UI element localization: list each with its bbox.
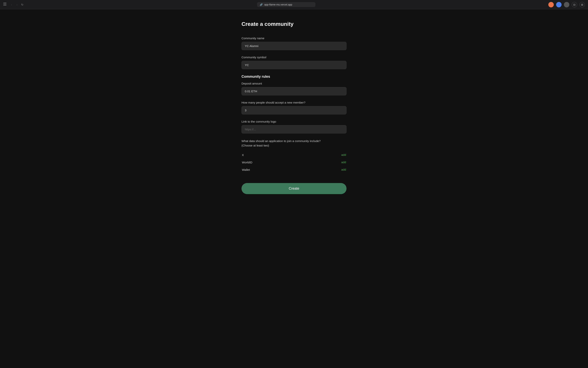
extension-btn-gray[interactable] <box>564 2 569 7</box>
application-data-question-line1: What data should an application to join … <box>241 139 347 148</box>
svg-rect-0 <box>3 3 6 3</box>
page-title: Create a community <box>241 21 347 27</box>
community-name-input[interactable] <box>241 42 347 50</box>
data-item-x: X <box>242 153 244 156</box>
community-name-group: Community name <box>241 37 347 50</box>
application-data-group: What data should an application to join … <box>241 139 347 174</box>
back-button[interactable]: ‹ <box>10 3 13 6</box>
page-content: Create a community Community name Commun… <box>0 9 588 368</box>
deposit-amount-input[interactable] <box>241 87 347 95</box>
data-item-worldid: WorldID <box>242 161 252 164</box>
community-name-label: Community name <box>241 37 347 40</box>
extension-btn-outline[interactable]: ⊟ <box>572 2 577 7</box>
accept-members-input[interactable] <box>241 106 347 114</box>
add-x-button[interactable]: add <box>341 153 346 156</box>
deposit-amount-label: Deposit amount <box>241 82 347 85</box>
list-item: Wallet add <box>242 166 346 173</box>
list-item: WorldID add <box>242 158 346 166</box>
browser-extension-buttons: ⊟ ⊞ <box>548 2 585 7</box>
application-data-list: X add WorldID add Wallet add <box>241 151 347 174</box>
address-bar[interactable]: 🔗 app-flame-mu.vercel.app <box>27 2 545 7</box>
url-text: app-flame-mu.vercel.app <box>264 3 292 6</box>
extension-btn-blue[interactable] <box>556 2 561 7</box>
community-symbol-group: Community symbol <box>241 55 347 69</box>
data-item-wallet: Wallet <box>242 168 250 171</box>
community-symbol-input[interactable] <box>241 61 347 69</box>
list-item: X add <box>242 151 346 158</box>
accept-members-label: How many people should accept a new memb… <box>241 101 347 104</box>
accept-members-group: How many people should accept a new memb… <box>241 101 347 114</box>
svg-rect-2 <box>3 5 6 5</box>
browser-chrome: ‹ › ↻ 🔗 app-flame-mu.vercel.app ⊟ ⊞ <box>0 0 588 9</box>
community-rules-label: Community rules <box>241 75 347 79</box>
add-wallet-button[interactable]: add <box>341 168 346 171</box>
deposit-amount-group: Deposit amount <box>241 82 347 95</box>
svg-rect-1 <box>3 4 6 4</box>
forward-button[interactable]: › <box>15 3 19 6</box>
logo-link-input[interactable] <box>241 125 347 133</box>
extension-btn-orange[interactable] <box>548 2 554 7</box>
browser-nav-controls: ‹ › ↻ <box>10 3 24 6</box>
reload-button[interactable]: ↻ <box>21 3 24 6</box>
add-worldid-button[interactable]: add <box>341 160 346 164</box>
split-view-button[interactable]: ⊞ <box>579 2 585 7</box>
logo-link-label: Link to the community logo <box>241 120 347 123</box>
community-rules-section: Community rules <box>241 75 347 79</box>
form-container: Create a community Community name Commun… <box>241 21 347 194</box>
logo-link-group: Link to the community logo <box>241 120 347 133</box>
lock-icon: 🔗 <box>260 3 263 6</box>
community-symbol-label: Community symbol <box>241 55 347 59</box>
create-button[interactable]: Create <box>241 183 347 194</box>
sidebar-toggle-button[interactable] <box>3 2 7 7</box>
